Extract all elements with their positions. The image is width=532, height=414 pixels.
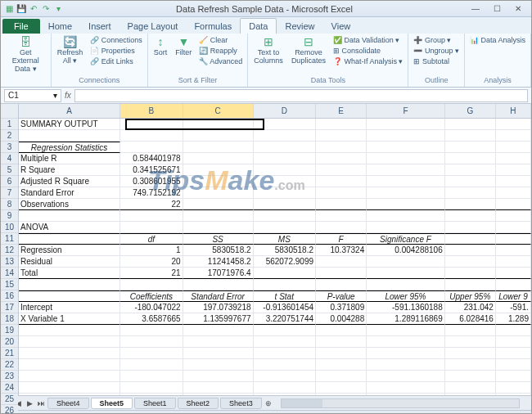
cell-B4[interactable]: 0.584401978 <box>120 153 183 164</box>
cell-C18[interactable]: 1.135997677 <box>183 313 254 325</box>
cell-H17[interactable]: -591. <box>496 302 531 313</box>
cell-C16[interactable]: Standard Error <box>183 290 254 302</box>
cell-D3[interactable] <box>254 142 316 153</box>
col-header-A[interactable]: A <box>19 104 120 118</box>
cell-B24[interactable] <box>120 382 183 394</box>
row-header-1[interactable]: 1 <box>1 119 18 130</box>
cell-B15[interactable] <box>120 279 183 290</box>
cell-D5[interactable] <box>254 164 316 176</box>
cell-H18[interactable]: 1.289 <box>496 313 531 325</box>
cell-G4[interactable] <box>445 153 496 164</box>
cell-D11[interactable]: MS <box>254 233 316 245</box>
cell-D21[interactable] <box>254 348 316 359</box>
cell-D12[interactable]: 5830518.2 <box>254 245 316 256</box>
cell-B25[interactable] <box>120 394 183 395</box>
formula-input[interactable] <box>74 89 528 102</box>
cell-G22[interactable] <box>445 359 496 371</box>
cell-E13[interactable] <box>316 256 367 268</box>
cell-E9[interactable] <box>316 210 367 222</box>
cell-C6[interactable] <box>183 176 254 187</box>
cell-B11[interactable]: df <box>120 233 183 245</box>
sort-button[interactable]: ↕Sort <box>151 35 170 58</box>
cell-G9[interactable] <box>445 210 496 222</box>
cell-G19[interactable] <box>445 325 496 336</box>
cell-C14[interactable]: 17071976.4 <box>183 268 254 279</box>
cell-C22[interactable] <box>183 359 254 371</box>
cell-H11[interactable] <box>496 233 531 245</box>
cell-H23[interactable] <box>496 371 531 382</box>
cell-G1[interactable] <box>445 119 496 130</box>
tab-formulas[interactable]: Formulas <box>186 19 240 34</box>
ribbon-item[interactable]: ⊞ Subtotal <box>412 56 461 66</box>
cell-H2[interactable] <box>496 130 531 142</box>
cell-A9[interactable] <box>19 210 120 222</box>
cell-G12[interactable] <box>445 245 496 256</box>
cell-A25[interactable] <box>19 394 120 395</box>
cell-F13[interactable] <box>367 256 445 268</box>
cell-A6[interactable]: Adjusted R Square <box>19 176 120 187</box>
cell-E5[interactable] <box>316 164 367 176</box>
cell-E17[interactable]: 0.371809 <box>316 302 367 313</box>
new-sheet-button[interactable]: ⊕ <box>263 399 274 407</box>
cell-D19[interactable] <box>254 325 316 336</box>
cell-D18[interactable]: 3.220751744 <box>254 313 316 325</box>
row-header-14[interactable]: 14 <box>1 268 18 279</box>
chevron-down-icon[interactable]: ▾ <box>53 91 57 100</box>
row-header-8[interactable]: 8 <box>1 199 18 210</box>
cell-E14[interactable] <box>316 268 367 279</box>
row-header-16[interactable]: 16 <box>1 290 18 302</box>
cell-G23[interactable] <box>445 371 496 382</box>
row-header-19[interactable]: 19 <box>1 325 18 336</box>
name-box[interactable]: C1▾ <box>4 89 61 102</box>
refresh-all-button[interactable]: 🔄Refresh All ▾ <box>55 35 86 66</box>
cell-B19[interactable] <box>120 325 183 336</box>
cell-E20[interactable] <box>316 336 367 348</box>
cell-G17[interactable]: 231.042 <box>445 302 496 313</box>
cell-C3[interactable] <box>183 142 254 153</box>
data-analysis-button[interactable]: 📊 Data Analysis <box>468 35 527 45</box>
cell-E11[interactable]: F <box>316 233 367 245</box>
cell-G16[interactable]: Upper 95% <box>445 290 496 302</box>
cell-G15[interactable] <box>445 279 496 290</box>
fx-icon[interactable]: fx <box>65 91 71 100</box>
cell-D13[interactable]: 562072.9099 <box>254 256 316 268</box>
cell-B8[interactable]: 22 <box>120 199 183 210</box>
col-header-G[interactable]: G <box>445 104 496 118</box>
get-external-data-button[interactable]: 🗄Get External Data ▾ <box>4 35 47 74</box>
cell-E6[interactable] <box>316 176 367 187</box>
cell-F25[interactable] <box>367 394 445 395</box>
cell-H22[interactable] <box>496 359 531 371</box>
cell-B1[interactable] <box>120 119 183 130</box>
cell-F3[interactable] <box>367 142 445 153</box>
cell-E25[interactable] <box>316 394 367 395</box>
ribbon-item[interactable]: ➕ Group ▾ <box>412 35 461 45</box>
cell-F19[interactable] <box>367 325 445 336</box>
cell-F20[interactable] <box>367 336 445 348</box>
cell-F17[interactable]: -591.1360188 <box>367 302 445 313</box>
horizontal-scrollbar[interactable] <box>281 398 520 408</box>
cell-H16[interactable]: Lower 9 <box>496 290 531 302</box>
cell-A22[interactable] <box>19 359 120 371</box>
cell-B2[interactable] <box>120 130 183 142</box>
cell-A8[interactable]: Observations <box>19 199 120 210</box>
cell-A13[interactable]: Residual <box>19 256 120 268</box>
cell-D20[interactable] <box>254 336 316 348</box>
cell-D2[interactable] <box>254 130 316 142</box>
row-header-25[interactable]: 25 <box>1 394 18 405</box>
ribbon-item[interactable]: 🔗 Edit Links <box>88 56 144 66</box>
sheet-tab-sheet1[interactable]: Sheet1 <box>134 398 176 409</box>
sheet-tab-sheet2[interactable]: Sheet2 <box>178 398 219 409</box>
cell-B5[interactable]: 0.341525671 <box>120 164 183 176</box>
cell-H14[interactable] <box>496 268 531 279</box>
cell-F10[interactable] <box>367 222 445 233</box>
tab-view[interactable]: View <box>323 19 359 34</box>
sheet-tab-sheet3[interactable]: Sheet3 <box>220 398 262 409</box>
tab-home[interactable]: Home <box>40 19 80 34</box>
cell-H10[interactable] <box>496 222 531 233</box>
cell-H1[interactable] <box>496 119 531 130</box>
cell-G18[interactable]: 6.028416 <box>445 313 496 325</box>
cell-A24[interactable] <box>19 382 120 394</box>
cell-H21[interactable] <box>496 348 531 359</box>
row-header-15[interactable]: 15 <box>1 279 18 290</box>
tab-page-layout[interactable]: Page Layout <box>119 19 187 34</box>
